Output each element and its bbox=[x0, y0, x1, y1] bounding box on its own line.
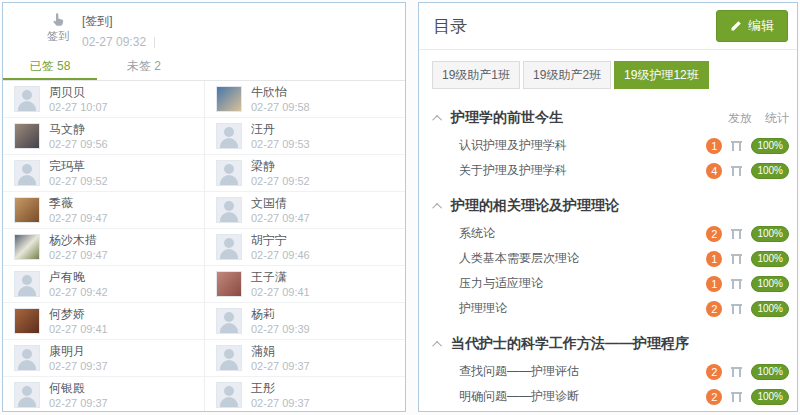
toc-item[interactable]: 护理理论 2 100% bbox=[459, 296, 789, 321]
collapse-caret-icon[interactable] bbox=[432, 202, 442, 212]
signin-tabs: 已签 58 未签 2 bbox=[3, 54, 405, 81]
stats-chart-icon[interactable] bbox=[731, 304, 742, 314]
stats-chart-icon[interactable] bbox=[731, 279, 742, 289]
percent-badge: 100% bbox=[751, 389, 789, 405]
distribute-count-badge: 1 bbox=[706, 138, 722, 154]
avatar bbox=[14, 123, 40, 149]
collapse-caret-icon[interactable] bbox=[432, 114, 442, 124]
toc-item[interactable]: 认识护理及护理学科 1 100% bbox=[459, 133, 789, 158]
signin-tab[interactable]: 已签 58 bbox=[3, 54, 97, 80]
item-badges: 4 100% bbox=[706, 163, 789, 179]
stats-chart-icon[interactable] bbox=[731, 254, 742, 264]
student-row: 汪丹 02-27 09:53 bbox=[205, 118, 405, 155]
section-title: 护理的相关理论及护理理论 bbox=[451, 197, 619, 215]
toc-list: 护理学的前世今生 发放 统计 认识护理及护理学科 1 100% 关于护理及护理学… bbox=[419, 93, 797, 412]
toc-item[interactable]: 查找问题——护理评估 2 100% bbox=[459, 359, 789, 384]
student-signin-time: 02-27 09:37 bbox=[251, 360, 310, 373]
avatar bbox=[216, 160, 242, 186]
student-row: 周贝贝 02-27 10:07 bbox=[3, 81, 204, 118]
percent-badge: 100% bbox=[751, 276, 789, 292]
lesson-title: 护理理论 bbox=[459, 300, 507, 317]
signin-panel: 签到 [签到] 02-27 09:32 已签 58 未签 2 周贝贝 02-27… bbox=[2, 2, 406, 412]
item-badges: 2 100% bbox=[706, 364, 789, 380]
student-row: 卢有晚 02-27 09:42 bbox=[3, 266, 204, 303]
avatar bbox=[14, 86, 40, 112]
toc-item[interactable]: 关于护理及护理学科 4 100% bbox=[459, 158, 789, 183]
student-name: 杨莉 bbox=[251, 307, 310, 321]
class-tab[interactable]: 19级助产2班 bbox=[523, 61, 611, 89]
student-text: 胡宁宁 02-27 09:46 bbox=[251, 233, 310, 262]
student-name: 马文静 bbox=[49, 122, 108, 136]
student-text: 梁静 02-27 09:52 bbox=[251, 159, 310, 188]
student-text: 完玛草 02-27 09:52 bbox=[49, 159, 108, 188]
student-row: 牛欣怡 02-27 09:58 bbox=[205, 81, 405, 118]
toc-section: 当代护士的科学工作方法——护理程序 查找问题——护理评估 2 100% 明确问题… bbox=[433, 335, 789, 412]
avatar bbox=[14, 308, 40, 334]
signin-icon-block: 签到 bbox=[45, 12, 71, 44]
section-items: 认识护理及护理学科 1 100% 关于护理及护理学科 4 100% bbox=[433, 133, 789, 183]
avatar bbox=[216, 345, 242, 371]
distribute-count-badge: 2 bbox=[706, 301, 722, 317]
stats-chart-icon[interactable] bbox=[731, 166, 742, 176]
item-badges: 2 100% bbox=[706, 389, 789, 405]
stats-chart-icon[interactable] bbox=[731, 141, 742, 151]
lesson-title: 关于护理及护理学科 bbox=[459, 162, 567, 179]
section-items: 系统论 2 100% 人类基本需要层次理论 1 100% 压力与适应理论 1 1… bbox=[433, 221, 789, 321]
avatar bbox=[216, 123, 242, 149]
avatar bbox=[14, 197, 40, 223]
student-text: 康明月 02-27 09:37 bbox=[49, 344, 108, 373]
stats-chart-icon[interactable] bbox=[731, 392, 742, 402]
distribute-count-badge: 1 bbox=[706, 251, 722, 267]
student-name: 胡宁宁 bbox=[251, 233, 310, 247]
student-row: 季薇 02-27 09:47 bbox=[3, 192, 204, 229]
student-signin-time: 02-27 09:56 bbox=[49, 138, 108, 151]
toc-item[interactable]: 人类基本需要层次理论 1 100% bbox=[459, 246, 789, 271]
edit-button-label: 编辑 bbox=[748, 17, 774, 35]
stats-chart-icon[interactable] bbox=[731, 229, 742, 239]
section-header: 当代护士的科学工作方法——护理程序 bbox=[433, 335, 789, 353]
class-tab[interactable]: 19级助产1班 bbox=[432, 61, 520, 89]
student-name: 何银殿 bbox=[49, 381, 108, 395]
student-row: 王彤 02-27 09:37 bbox=[205, 377, 405, 412]
student-row: 梁静 02-27 09:52 bbox=[205, 155, 405, 192]
avatar bbox=[216, 86, 242, 112]
student-row: 康明月 02-27 09:37 bbox=[3, 340, 204, 377]
student-row: 王子潇 02-27 09:41 bbox=[205, 266, 405, 303]
toc-section: 护理学的前世今生 发放 统计 认识护理及护理学科 1 100% 关于护理及护理学… bbox=[433, 109, 789, 183]
student-grid: 周贝贝 02-27 10:07 马文静 02-27 09:56 完玛草 02-2… bbox=[3, 81, 405, 412]
avatar bbox=[14, 271, 40, 297]
student-text: 杨莉 02-27 09:39 bbox=[251, 307, 310, 336]
student-name: 卢有晚 bbox=[49, 270, 108, 284]
student-text: 何梦娇 02-27 09:41 bbox=[49, 307, 108, 336]
stats-chart-icon[interactable] bbox=[731, 367, 742, 377]
column-header-distribute: 发放 bbox=[728, 110, 752, 127]
toc-item[interactable]: 压力与适应理论 1 100% bbox=[459, 271, 789, 296]
distribute-count-badge: 2 bbox=[706, 226, 722, 242]
student-name: 季薇 bbox=[49, 196, 108, 210]
student-name: 王彤 bbox=[251, 381, 310, 395]
hand-point-icon bbox=[51, 12, 66, 27]
student-name: 文国倩 bbox=[251, 196, 310, 210]
class-tab[interactable]: 19级护理12班 bbox=[614, 61, 709, 89]
student-signin-time: 02-27 09:39 bbox=[251, 323, 310, 336]
student-column-left: 周贝贝 02-27 10:07 马文静 02-27 09:56 完玛草 02-2… bbox=[3, 81, 204, 412]
toc-item[interactable]: 明确问题——护理诊断 2 100% bbox=[459, 384, 789, 409]
student-row: 文国倩 02-27 09:47 bbox=[205, 192, 405, 229]
collapse-caret-icon[interactable] bbox=[432, 340, 442, 350]
percent-badge: 100% bbox=[751, 163, 789, 179]
lesson-title: 认识护理及护理学科 bbox=[459, 137, 567, 154]
student-signin-time: 02-27 09:37 bbox=[49, 397, 108, 410]
student-row: 马文静 02-27 09:56 bbox=[3, 118, 204, 155]
toc-panel: 目录 编辑 19级助产1班 19级助产2班 19级护理12班 护理学的前世今生 … bbox=[418, 2, 798, 412]
signin-tab[interactable]: 未签 2 bbox=[97, 54, 191, 80]
student-name: 何梦娇 bbox=[49, 307, 108, 321]
column-headers: 发放 统计 bbox=[728, 110, 789, 127]
student-row: 杨莉 02-27 09:39 bbox=[205, 303, 405, 340]
toc-item[interactable]: 系统论 2 100% bbox=[459, 221, 789, 246]
edit-button[interactable]: 编辑 bbox=[716, 10, 788, 42]
student-row: 杨沙木措 02-27 09:47 bbox=[3, 229, 204, 266]
lesson-title: 压力与适应理论 bbox=[459, 275, 543, 292]
item-badges: 1 100% bbox=[706, 251, 789, 267]
toc-item[interactable]: 解决问题——护理计划 2 100% bbox=[459, 409, 789, 412]
student-signin-time: 02-27 09:52 bbox=[251, 175, 310, 188]
